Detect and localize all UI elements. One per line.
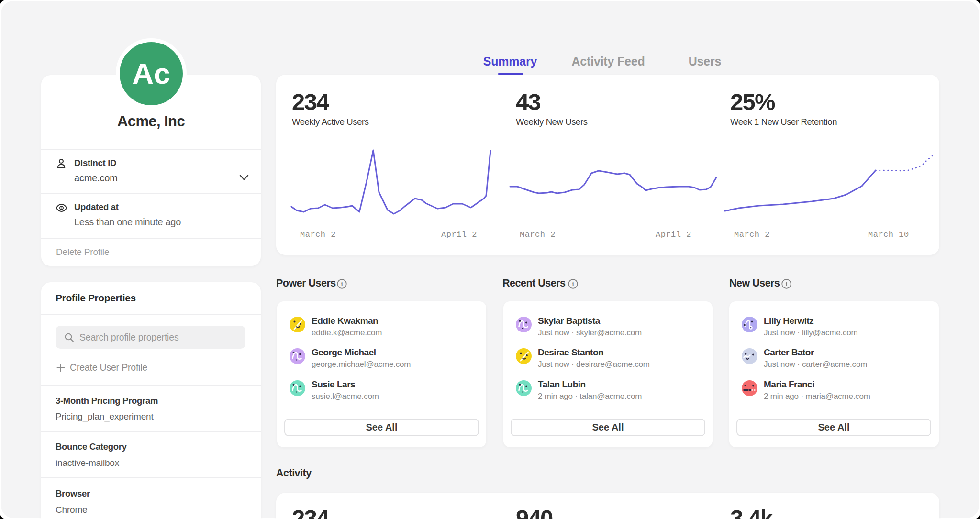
svg-text:i: i [341,280,343,287]
svg-text:i: i [572,280,574,287]
svg-text:i: i [786,280,788,287]
